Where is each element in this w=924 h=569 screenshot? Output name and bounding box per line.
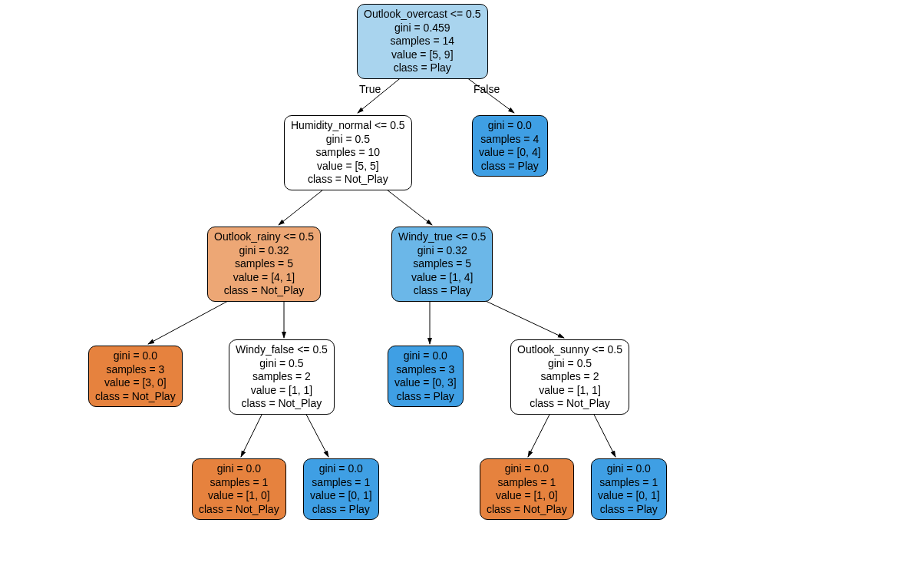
node-samples: samples = 2: [517, 370, 622, 384]
tree-node-1: Humidity_normal <= 0.5 gini = 0.5 sample…: [284, 115, 412, 190]
node-gini: gini = 0.0: [598, 462, 660, 476]
svg-line-2: [279, 184, 330, 225]
svg-line-3: [380, 184, 432, 225]
node-condition: Outlook_overcast <= 0.5: [364, 8, 481, 22]
node-condition: Humidity_normal <= 0.5: [291, 119, 405, 133]
node-value: value = [1, 0]: [487, 489, 567, 503]
node-samples: samples = 14: [364, 35, 481, 48]
node-value: value = [0, 1]: [310, 489, 372, 503]
node-class: class = Play: [394, 390, 457, 404]
node-samples: samples = 5: [398, 257, 486, 271]
node-value: value = [0, 3]: [394, 376, 457, 390]
tree-node-8: Outlook_sunny <= 0.5 gini = 0.5 samples …: [510, 339, 629, 415]
node-gini: gini = 0.0: [310, 462, 372, 476]
node-gini: gini = 0.0: [479, 119, 541, 133]
node-value: value = [5, 5]: [291, 160, 405, 174]
node-condition: Outlook_sunny <= 0.5: [517, 343, 622, 357]
node-gini: gini = 0.5: [517, 357, 622, 371]
node-condition: Windy_true <= 0.5: [398, 230, 486, 244]
node-class: class = Play: [398, 284, 486, 298]
edge-label-true: True: [359, 83, 381, 95]
node-value: value = [0, 4]: [479, 146, 541, 160]
tree-node-root: Outlook_overcast <= 0.5 gini = 0.459 sam…: [357, 4, 488, 79]
node-value: value = [4, 1]: [214, 271, 314, 285]
tree-node-7: gini = 0.0 samples = 3 value = [0, 3] cl…: [388, 346, 464, 407]
node-class: class = Not_Play: [291, 173, 405, 187]
node-samples: samples = 1: [199, 476, 279, 490]
edge-label-false: False: [474, 83, 500, 95]
node-value: value = [1, 1]: [236, 384, 328, 398]
node-class: class = Not_Play: [95, 390, 176, 404]
node-value: value = [1, 4]: [398, 271, 486, 285]
node-gini: gini = 0.0: [95, 349, 176, 363]
node-class: class = Play: [364, 61, 481, 75]
node-class: class = Play: [598, 503, 660, 517]
node-value: value = [5, 9]: [364, 48, 481, 62]
node-value: value = [0, 1]: [598, 489, 660, 503]
node-value: value = [1, 1]: [517, 384, 622, 398]
node-gini: gini = 0.32: [214, 244, 314, 258]
node-gini: gini = 0.459: [364, 22, 481, 35]
node-value: value = [1, 0]: [199, 489, 279, 503]
tree-node-11: gini = 0.0 samples = 1 value = [1, 0] cl…: [480, 458, 574, 520]
tree-node-6: Windy_false <= 0.5 gini = 0.5 samples = …: [229, 339, 335, 415]
node-samples: samples = 3: [394, 363, 457, 377]
svg-line-11: [591, 409, 615, 457]
tree-node-3: Outlook_rainy <= 0.5 gini = 0.32 samples…: [207, 227, 321, 302]
node-class: class = Not_Play: [236, 397, 328, 411]
node-condition: Windy_false <= 0.5: [236, 343, 328, 357]
node-gini: gini = 0.0: [199, 462, 279, 476]
node-condition: Outlook_rainy <= 0.5: [214, 230, 314, 244]
svg-line-7: [474, 296, 564, 338]
node-samples: samples = 2: [236, 370, 328, 384]
svg-line-9: [303, 409, 328, 457]
node-gini: gini = 0.32: [398, 244, 486, 258]
svg-line-10: [528, 409, 553, 457]
tree-node-9: gini = 0.0 samples = 1 value = [1, 0] cl…: [192, 458, 286, 520]
node-samples: samples = 3: [95, 363, 176, 377]
svg-line-8: [241, 409, 265, 457]
node-value: value = [3, 0]: [95, 376, 176, 390]
node-class: class = Not_Play: [487, 503, 567, 517]
node-samples: samples = 1: [310, 476, 372, 490]
node-samples: samples = 4: [479, 133, 541, 147]
node-samples: samples = 1: [487, 476, 567, 490]
node-gini: gini = 0.0: [394, 349, 457, 363]
node-gini: gini = 0.5: [236, 357, 328, 371]
node-class: class = Not_Play: [517, 397, 622, 411]
node-class: class = Play: [310, 503, 372, 517]
node-samples: samples = 10: [291, 146, 405, 160]
node-gini: gini = 0.0: [487, 462, 567, 476]
node-gini: gini = 0.5: [291, 133, 405, 147]
tree-node-10: gini = 0.0 samples = 1 value = [0, 1] cl…: [303, 458, 379, 520]
tree-node-12: gini = 0.0 samples = 1 value = [0, 1] cl…: [591, 458, 667, 520]
tree-node-4: Windy_true <= 0.5 gini = 0.32 samples = …: [391, 227, 493, 302]
svg-line-4: [148, 296, 238, 344]
node-class: class = Not_Play: [214, 284, 314, 298]
node-samples: samples = 1: [598, 476, 660, 490]
tree-node-5: gini = 0.0 samples = 3 value = [3, 0] cl…: [88, 346, 183, 407]
tree-node-2: gini = 0.0 samples = 4 value = [0, 4] cl…: [472, 115, 548, 177]
node-samples: samples = 5: [214, 257, 314, 271]
node-class: class = Not_Play: [199, 503, 279, 517]
node-class: class = Play: [479, 160, 541, 174]
